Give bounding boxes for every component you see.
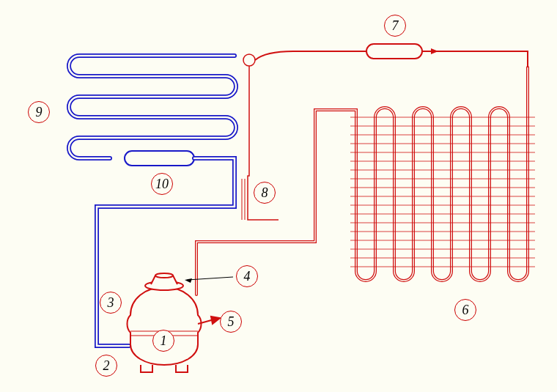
svg-rect-19 (366, 44, 422, 59)
callout-10: 10 (151, 173, 173, 195)
callout-6: 6 (454, 299, 476, 321)
callout-2: 2 (95, 355, 117, 377)
svg-marker-28 (185, 278, 192, 283)
callout-1: 1 (152, 330, 174, 352)
svg-point-25 (155, 273, 173, 278)
cap-tube-node (243, 54, 255, 66)
condenser-coil (196, 67, 528, 295)
svg-marker-27 (211, 317, 220, 324)
evaporator-coil (69, 56, 236, 158)
refrigeration-schematic (0, 0, 557, 392)
filter-drier (366, 44, 438, 59)
svg-rect-0 (125, 151, 194, 166)
callout-8: 8 (254, 182, 276, 204)
leader-4 (188, 277, 233, 280)
callout-5: 5 (220, 311, 242, 333)
callout-7: 7 (384, 15, 406, 37)
compressor (128, 273, 202, 372)
callout-3: 3 (100, 292, 122, 314)
callout-9: 9 (28, 101, 50, 123)
callout-4: 4 (236, 265, 258, 287)
svg-marker-21 (431, 48, 438, 54)
